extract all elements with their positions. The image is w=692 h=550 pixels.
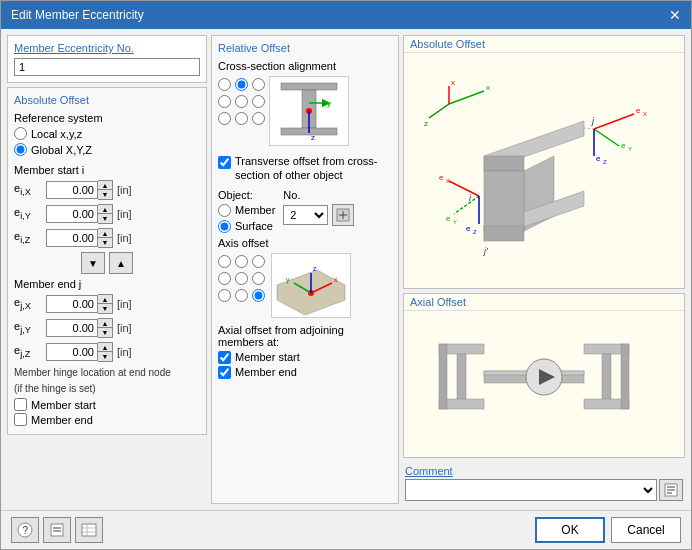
hinge-member-start-label[interactable]: Member start bbox=[14, 398, 200, 411]
object-header: Object: bbox=[218, 189, 275, 201]
hinge-label: Member hinge location at end node bbox=[14, 366, 200, 379]
ej-x-label: ej,X bbox=[14, 296, 42, 311]
ei-z-input[interactable] bbox=[46, 229, 98, 247]
ao-radio-9[interactable] bbox=[252, 289, 265, 302]
global-radio-label[interactable]: Global X,Y,Z bbox=[14, 143, 200, 156]
axial-member-start-check[interactable] bbox=[218, 351, 231, 364]
table-button[interactable] bbox=[75, 517, 103, 543]
help-button[interactable]: ? bbox=[11, 517, 39, 543]
member-no-input[interactable] bbox=[14, 58, 200, 76]
cross-section-alignment: Cross-section alignment bbox=[218, 60, 392, 146]
surface-radio[interactable] bbox=[218, 220, 231, 233]
ao-radio-7[interactable] bbox=[218, 289, 231, 302]
ej-z-down[interactable]: ▼ bbox=[98, 352, 112, 361]
svg-text:z: z bbox=[424, 119, 428, 128]
ei-y-spinners: ▲ ▼ bbox=[98, 204, 113, 224]
cs-radio-1[interactable] bbox=[218, 78, 231, 91]
global-radio[interactable] bbox=[14, 143, 27, 156]
surface-radio-label[interactable]: Surface bbox=[218, 220, 275, 233]
ej-z-up[interactable]: ▲ bbox=[98, 343, 112, 352]
ei-y-input-group: ▲ ▼ bbox=[46, 204, 113, 224]
transverse-offset-check[interactable] bbox=[218, 156, 231, 169]
ao-radio-4[interactable] bbox=[218, 272, 231, 285]
ej-y-spinners: ▲ ▼ bbox=[98, 318, 113, 338]
svg-text:e: e bbox=[621, 141, 626, 150]
ei-y-down[interactable]: ▼ bbox=[98, 214, 112, 223]
cs-radio-3[interactable] bbox=[252, 78, 265, 91]
transverse-offset-label[interactable]: Transverse offset from cross-section of … bbox=[218, 154, 392, 183]
ej-z-input-group: ▲ ▼ bbox=[46, 342, 113, 362]
arrow-buttons: ▼ ▲ bbox=[14, 252, 200, 274]
cs-radio-9[interactable] bbox=[252, 112, 265, 125]
ej-x-up[interactable]: ▲ bbox=[98, 295, 112, 304]
no-header: No. bbox=[283, 189, 354, 201]
no-select[interactable]: 2 bbox=[283, 205, 328, 225]
ej-y-down[interactable]: ▼ bbox=[98, 328, 112, 337]
ej-y-up[interactable]: ▲ bbox=[98, 319, 112, 328]
bottom-icon-group: ? bbox=[11, 517, 103, 543]
hinge-member-end-check[interactable] bbox=[14, 413, 27, 426]
ei-y-unit: [in] bbox=[117, 208, 132, 220]
ao-radio-8[interactable] bbox=[235, 289, 248, 302]
comment-input[interactable] bbox=[405, 479, 657, 501]
comment-row bbox=[405, 479, 683, 501]
ao-radio-2[interactable] bbox=[235, 255, 248, 268]
ej-x-input[interactable] bbox=[46, 295, 98, 313]
hinge-section: Member hinge location at end node (if th… bbox=[14, 366, 200, 426]
ej-y-input[interactable] bbox=[46, 319, 98, 337]
ej-x-spinners: ▲ ▼ bbox=[98, 294, 113, 314]
local-radio-label[interactable]: Local x,y,z bbox=[14, 127, 200, 140]
ao-radio-1[interactable] bbox=[218, 255, 231, 268]
local-radio[interactable] bbox=[14, 127, 27, 140]
cs-radio-4[interactable] bbox=[218, 95, 231, 108]
axial-offset-from-label: Axial offset from adjoining members at: bbox=[218, 324, 392, 348]
ei-x-label: ei,X bbox=[14, 182, 42, 197]
cs-radio-5[interactable] bbox=[235, 95, 248, 108]
arrow-down-btn[interactable]: ▼ bbox=[81, 252, 105, 274]
cs-radio-2[interactable] bbox=[235, 78, 248, 91]
ej-z-input[interactable] bbox=[46, 343, 98, 361]
ei-y-input[interactable] bbox=[46, 205, 98, 223]
svg-text:e: e bbox=[466, 224, 471, 233]
edit-button[interactable] bbox=[43, 517, 71, 543]
ei-x-up[interactable]: ▲ bbox=[98, 181, 112, 190]
ao-radio-3[interactable] bbox=[252, 255, 265, 268]
hinge-member-end-label[interactable]: Member end bbox=[14, 413, 200, 426]
ok-button[interactable]: OK bbox=[535, 517, 605, 543]
cs-radio-row-1 bbox=[218, 78, 265, 91]
axial-member-end-label[interactable]: Member end bbox=[218, 366, 392, 379]
close-button[interactable]: ✕ bbox=[669, 7, 681, 23]
ej-x-down[interactable]: ▼ bbox=[98, 304, 112, 313]
ao-radio-row-1 bbox=[218, 255, 265, 268]
cs-radio-6[interactable] bbox=[252, 95, 265, 108]
ei-z-up[interactable]: ▲ bbox=[98, 229, 112, 238]
comment-edit-button[interactable] bbox=[659, 479, 683, 501]
member-radio-label[interactable]: Member bbox=[218, 204, 275, 217]
pick-button[interactable] bbox=[332, 204, 354, 226]
ao-radio-6[interactable] bbox=[252, 272, 265, 285]
member-radio[interactable] bbox=[218, 204, 231, 217]
axis-offset-image: x y z bbox=[271, 253, 351, 318]
transverse-offset-text: Transverse offset from cross-section of … bbox=[235, 154, 392, 183]
cancel-button[interactable]: Cancel bbox=[611, 517, 681, 543]
ei-x-input[interactable] bbox=[46, 181, 98, 199]
cs-grid: y z bbox=[218, 76, 392, 146]
axial-member-start-label[interactable]: Member start bbox=[218, 351, 392, 364]
no-col: No. 2 bbox=[283, 189, 354, 226]
cs-radio-8[interactable] bbox=[235, 112, 248, 125]
arrow-up-btn[interactable]: ▲ bbox=[109, 252, 133, 274]
svg-text:Z: Z bbox=[473, 229, 477, 235]
ei-y-up[interactable]: ▲ bbox=[98, 205, 112, 214]
reference-system: Reference system Local x,y,z Global X,Y,… bbox=[14, 112, 200, 156]
ei-z-label: ei,Z bbox=[14, 230, 42, 245]
middle-panel: Relative Offset Cross-section alignment bbox=[211, 35, 399, 504]
axis-offset-label: Axis offset bbox=[218, 237, 392, 249]
ei-z-down[interactable]: ▼ bbox=[98, 238, 112, 247]
hinge-member-start-check[interactable] bbox=[14, 398, 27, 411]
axial-member-end-check[interactable] bbox=[218, 366, 231, 379]
axis-offset-section: Axis offset bbox=[218, 237, 392, 318]
cs-radio-7[interactable] bbox=[218, 112, 231, 125]
axial-offset-view-box: Axial Offset bbox=[403, 293, 685, 458]
ao-radio-5[interactable] bbox=[235, 272, 248, 285]
ei-x-down[interactable]: ▼ bbox=[98, 190, 112, 199]
